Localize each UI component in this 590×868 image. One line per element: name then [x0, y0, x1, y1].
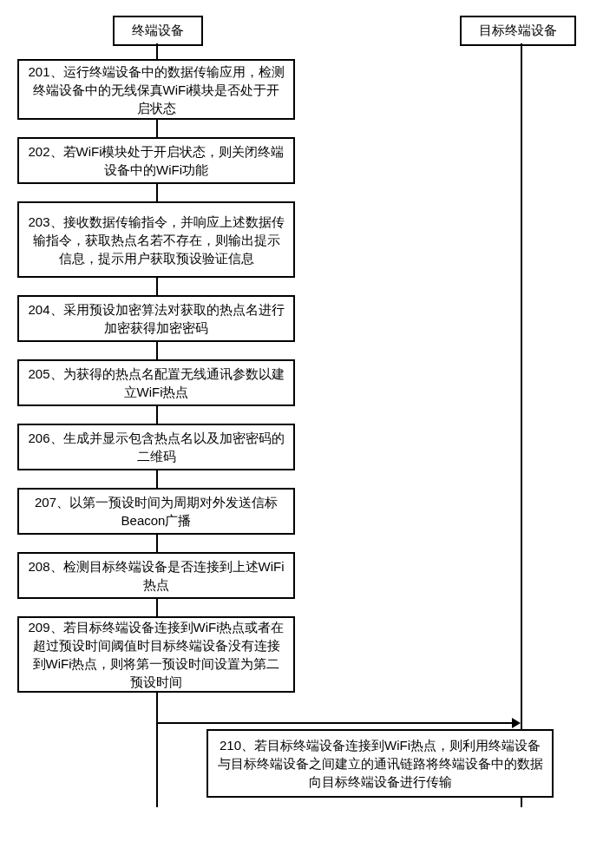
step-208: 208、检测目标终端设备是否连接到上述WiFi热点	[17, 552, 295, 599]
step-209: 209、若目标终端设备连接到WiFi热点或者在超过预设时间阈值时目标终端设备没有…	[17, 616, 295, 693]
step-205: 205、为获得的热点名配置无线通讯参数以建立WiFi热点	[17, 359, 295, 406]
step-202-text: 202、若WiFi模块处于开启状态，则关闭终端设备中的WiFi功能	[28, 142, 285, 179]
step-210: 210、若目标终端设备连接到WiFi热点，则利用终端设备与目标终端设备之间建立的…	[206, 729, 554, 798]
step-209-text: 209、若目标终端设备连接到WiFi热点或者在超过预设时间阈值时目标终端设备没有…	[28, 618, 285, 691]
step-207: 207、以第一预设时间为周期对外发送信标Beacon广播	[17, 488, 295, 535]
step-208-text: 208、检测目标终端设备是否连接到上述WiFi热点	[28, 557, 285, 594]
header-target-terminal-device: 目标终端设备	[460, 16, 576, 46]
step-206: 206、生成并显示包含热点名以及加密密码的二维码	[17, 424, 295, 470]
step-207-text: 207、以第一预设时间为周期对外发送信标Beacon广播	[28, 493, 285, 529]
message-arrow-head-icon	[512, 718, 521, 728]
header-terminal-device: 终端设备	[113, 16, 203, 46]
step-206-text: 206、生成并显示包含热点名以及加密密码的二维码	[28, 429, 285, 465]
step-203-text: 203、接收数据传输指令，并响应上述数据传输指令，获取热点名若不存在，则输出提示…	[28, 213, 285, 267]
step-201: 201、运行终端设备中的数据传输应用，检测终端设备中的无线保真WiFi模块是否处…	[17, 59, 295, 120]
lifeline-target-terminal-device	[521, 43, 522, 807]
step-204: 204、采用预设加密算法对获取的热点名进行加密获得加密密码	[17, 295, 295, 342]
step-202: 202、若WiFi模块处于开启状态，则关闭终端设备中的WiFi功能	[17, 137, 295, 184]
step-203: 203、接收数据传输指令，并响应上述数据传输指令，获取热点名若不存在，则输出提示…	[17, 201, 295, 278]
step-210-text: 210、若目标终端设备连接到WiFi热点，则利用终端设备与目标终端设备之间建立的…	[218, 738, 543, 789]
step-205-text: 205、为获得的热点名配置无线通讯参数以建立WiFi热点	[28, 365, 285, 401]
step-201-text: 201、运行终端设备中的数据传输应用，检测终端设备中的无线保真WiFi模块是否处…	[28, 62, 285, 117]
message-arrow-line	[158, 722, 514, 724]
step-204-text: 204、采用预设加密算法对获取的热点名进行加密获得加密密码	[28, 300, 285, 337]
